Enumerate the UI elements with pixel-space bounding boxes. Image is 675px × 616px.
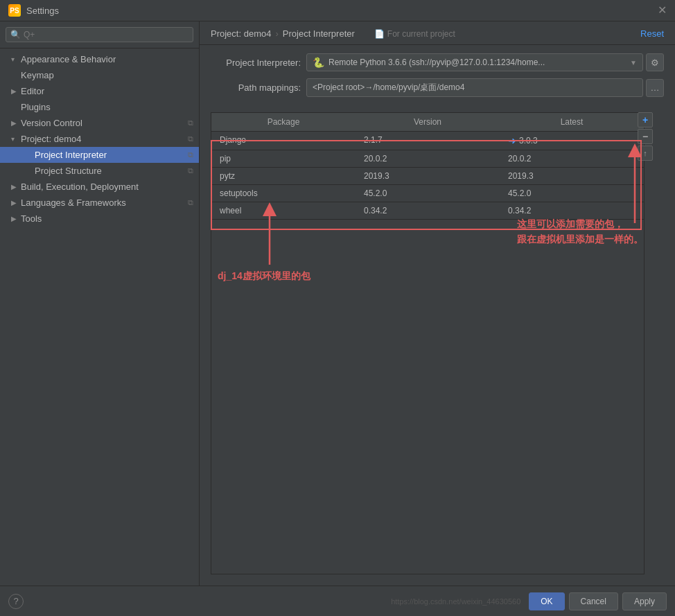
copy-icon: ⧉ — [188, 166, 193, 175]
col-version: Version — [356, 113, 500, 131]
copy-icon: ⧉ — [188, 150, 193, 159]
package-name: pytz — [211, 168, 356, 184]
sidebar-item-label: Appearance & Behavior — [21, 54, 193, 64]
table-wrapper: Package Version Latest Django 2.1.7 ➜ 3.… — [211, 112, 664, 574]
table-body: Django 2.1.7 ➜ 3.0.3 pip 20.0.2 20.0.2 — [211, 132, 644, 574]
package-table: Package Version Latest Django 2.1.7 ➜ 3.… — [211, 112, 645, 574]
sidebar-item-label: Tools — [21, 213, 193, 224]
interpreter-select-text: Remote Python 3.6.6 (ssh://pyvip@127.0.0… — [328, 58, 626, 67]
package-version: 2019.3 — [356, 168, 500, 184]
sidebar-item-project-structure[interactable]: Project Structure ⧉ — [0, 163, 199, 179]
gear-button[interactable]: ⚙ — [646, 53, 664, 71]
settings-panel: Project Interpreter: 🐍 Remote Python 3.6… — [200, 45, 675, 112]
package-version: 20.0.2 — [356, 150, 500, 167]
package-name: setuptools — [211, 185, 356, 202]
interpreter-label: Project Interpreter: — [211, 58, 301, 68]
help-button[interactable]: ? — [8, 594, 24, 609]
sidebar-item-label: Project Structure — [35, 166, 188, 176]
search-input[interactable] — [24, 30, 189, 39]
arrow-icon: ▾ — [11, 135, 21, 143]
title-bar-left: PS Settings — [8, 4, 59, 17]
path-mappings-value: <Project root>→/home/pyvip/桌面/demo4 … — [306, 78, 664, 97]
table-row[interactable]: setuptools 45.2.0 45.2.0 — [211, 185, 644, 202]
sidebar-item-label: Languages & Frameworks — [21, 197, 188, 208]
interpreter-select[interactable]: 🐍 Remote Python 3.6.6 (ssh://pyvip@127.0… — [306, 53, 643, 71]
sidebar-item-build-execution[interactable]: ▶ Build, Execution, Deployment — [0, 179, 199, 195]
add-package-button[interactable]: + — [638, 112, 653, 127]
arrow-icon: ▶ — [11, 183, 21, 191]
table-row[interactable]: wheel 0.34.2 0.34.2 — [211, 202, 644, 220]
package-latest: 2019.3 — [500, 168, 644, 184]
package-name: Django — [211, 132, 356, 150]
packages-section: Package Version Latest Django 2.1.7 ➜ 3.… — [200, 112, 675, 586]
arrow-icon: ▶ — [11, 119, 21, 127]
package-latest: ➜ 3.0.3 — [500, 132, 644, 150]
package-latest: 45.2.0 — [500, 185, 644, 202]
python-icon: 🐍 — [313, 57, 324, 68]
sidebar-item-plugins[interactable]: Plugins — [0, 99, 199, 115]
table-row[interactable]: pytz 2019.3 2019.3 — [211, 168, 644, 185]
path-select[interactable]: <Project root>→/home/pyvip/桌面/demo4 — [306, 78, 643, 97]
breadcrumb-project: Project: demo4 — [211, 28, 271, 39]
sidebar-item-languages[interactable]: ▶ Languages & Frameworks ⧉ — [0, 195, 199, 211]
sidebar-item-label: Keymap — [21, 70, 193, 80]
sidebar-item-label: Editor — [21, 86, 193, 96]
table-row[interactable]: pip 20.0.2 20.0.2 — [211, 150, 644, 168]
package-version: 45.2.0 — [356, 185, 500, 202]
sidebar-item-label: Version Control — [21, 118, 188, 128]
doc-icon: 📄 — [374, 29, 385, 39]
table-header: Package Version Latest — [211, 113, 644, 132]
path-mappings-label: Path mappings: — [211, 82, 301, 93]
sidebar: 🔍 ▾ Appearance & Behavior Keymap ▶ Edito… — [0, 21, 200, 586]
arrow-icon: ▶ — [11, 215, 21, 222]
dots-button[interactable]: … — [646, 79, 664, 97]
for-current-label: 📄 For current project — [374, 29, 455, 39]
package-version: 2.1.7 — [356, 132, 500, 150]
sidebar-item-keymap[interactable]: Keymap — [0, 67, 199, 83]
interpreter-row: Project Interpreter: 🐍 Remote Python 3.6… — [211, 53, 664, 71]
sidebar-item-appearance[interactable]: ▾ Appearance & Behavior — [0, 51, 199, 67]
upgrade-package-button[interactable]: ↑ — [638, 146, 653, 161]
copy-icon: ⧉ — [188, 118, 193, 127]
search-icon: 🔍 — [10, 30, 21, 39]
package-latest: 0.34.2 — [500, 202, 644, 219]
package-name: pip — [211, 150, 356, 167]
ok-button[interactable]: OK — [529, 592, 564, 610]
reset-link[interactable]: Reset — [640, 28, 664, 39]
arrow-icon: ▶ — [11, 87, 21, 95]
copy-icon: ⧉ — [188, 134, 193, 143]
breadcrumb-current: Project Interpreter — [283, 28, 355, 39]
sidebar-item-project-interpreter[interactable]: Project Interpreter ⧉ — [0, 147, 199, 163]
interpreter-value: 🐍 Remote Python 3.6.6 (ssh://pyvip@127.0… — [306, 53, 664, 71]
breadcrumb: Project: demo4 › Project Interpreter 📄 F… — [211, 28, 455, 39]
sidebar-item-version-control[interactable]: ▶ Version Control ⧉ — [0, 115, 199, 131]
package-name: wheel — [211, 202, 356, 219]
close-button[interactable]: ✕ — [658, 5, 667, 16]
sidebar-item-project-demo4[interactable]: ▾ Project: demo4 ⧉ — [0, 131, 199, 147]
breadcrumb-bar: Project: demo4 › Project Interpreter 📄 F… — [200, 21, 675, 45]
bottom-buttons: OK Cancel Apply — [529, 592, 667, 610]
remove-package-button[interactable]: − — [638, 129, 653, 144]
search-wrap[interactable]: 🔍 — [6, 27, 193, 42]
table-row[interactable]: Django 2.1.7 ➜ 3.0.3 — [211, 132, 644, 150]
nav-tree: ▾ Appearance & Behavior Keymap ▶ Editor … — [0, 49, 199, 586]
package-latest: 20.0.2 — [500, 150, 644, 167]
table-actions: + − ↑ — [638, 112, 653, 161]
sidebar-item-label: Plugins — [21, 102, 193, 112]
search-box: 🔍 — [0, 21, 199, 49]
apply-button[interactable]: Apply — [622, 592, 667, 610]
col-latest: Latest — [500, 113, 644, 131]
sidebar-item-tools[interactable]: ▶ Tools — [0, 211, 199, 227]
window-title: Settings — [26, 6, 59, 16]
package-version: 0.34.2 — [356, 202, 500, 219]
content-area: Project: demo4 › Project Interpreter 📄 F… — [200, 21, 675, 586]
sidebar-item-editor[interactable]: ▶ Editor — [0, 83, 199, 99]
col-package: Package — [211, 113, 356, 131]
main-layout: 🔍 ▾ Appearance & Behavior Keymap ▶ Edito… — [0, 21, 675, 586]
breadcrumb-sep: › — [275, 28, 278, 39]
cancel-button[interactable]: Cancel — [569, 592, 618, 610]
bottom-bar: ? https://blog.csdn.net/weixin_44630560 … — [0, 586, 675, 616]
arrow-icon: ▾ — [11, 55, 21, 63]
app-icon: PS — [8, 4, 21, 17]
arrow-icon: ▶ — [11, 199, 21, 206]
